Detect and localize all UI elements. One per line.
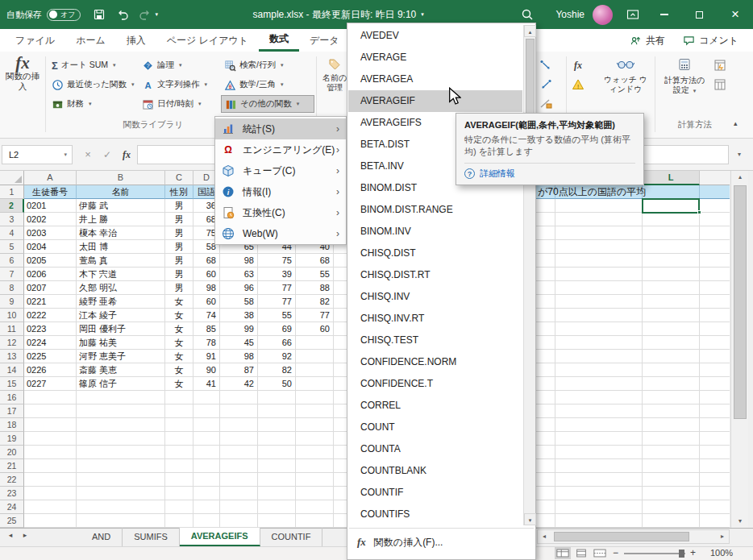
error-checking-icon[interactable]: ! [571, 77, 585, 92]
cell-M7[interactable] [700, 268, 730, 281]
autosave-switch[interactable]: オフ [47, 9, 81, 21]
cell-A15[interactable]: 0227 [24, 377, 77, 391]
cell-K21[interactable] [555, 459, 643, 473]
cell-A9[interactable]: 0221 [24, 295, 77, 309]
cell-K7[interactable] [555, 268, 643, 281]
cell-M10[interactable] [700, 309, 730, 322]
cell-A1[interactable]: 生徒番号 [24, 185, 77, 199]
tab-insert[interactable]: 挿入 [116, 29, 156, 52]
cell-F19[interactable] [258, 432, 296, 446]
cell-M18[interactable] [700, 418, 730, 432]
datetime-button[interactable]: 日付/時刻▾ [139, 95, 219, 113]
cell-K22[interactable] [555, 473, 643, 487]
cell-M12[interactable] [700, 336, 730, 350]
cell-B11[interactable]: 岡田 優利子 [77, 322, 165, 336]
close-button[interactable]: × [718, 0, 753, 29]
cell-C2[interactable]: 男 [165, 199, 193, 213]
cell-M22[interactable] [700, 473, 730, 487]
cell-G16[interactable] [296, 391, 334, 404]
show-formulas-icon[interactable]: fx [571, 58, 585, 73]
cell-A12[interactable]: 0224 [24, 336, 77, 350]
cell-L20[interactable] [643, 446, 700, 459]
cell-D23[interactable] [193, 487, 220, 500]
cell-A11[interactable]: 0223 [24, 322, 77, 336]
page-layout-view-button[interactable] [573, 547, 589, 559]
cell-D14[interactable]: 90 [193, 363, 220, 377]
cell-K16[interactable] [555, 391, 643, 404]
cell-B25[interactable] [77, 514, 165, 528]
cell-D9[interactable]: 60 [193, 295, 220, 309]
function-item-COUNTIFS[interactable]: COUNTIFS [348, 504, 522, 525]
cell-B13[interactable]: 河野 恵美子 [77, 350, 165, 363]
cell-F22[interactable] [258, 473, 296, 487]
save-icon[interactable] [90, 6, 108, 23]
ribbon-display-options-icon[interactable] [624, 6, 642, 23]
cell-D18[interactable] [193, 418, 220, 432]
cell-K18[interactable] [555, 418, 643, 432]
cell-C9[interactable]: 女 [165, 295, 193, 309]
cell-C18[interactable] [165, 418, 193, 432]
cell-M13[interactable] [700, 350, 730, 363]
menu-scrollbar[interactable]: ▴ ▾ [523, 25, 535, 525]
row-header-8[interactable]: 8 [0, 281, 24, 295]
cell-D6[interactable]: 68 [193, 254, 220, 268]
calculate-now-icon[interactable] [713, 58, 727, 73]
cell-D19[interactable] [193, 432, 220, 446]
sheet-tab-AND[interactable]: AND [81, 528, 123, 546]
cell-A10[interactable]: 0222 [24, 309, 77, 322]
cell-M16[interactable] [700, 391, 730, 404]
cell-E10[interactable]: 38 [220, 309, 258, 322]
cell-M15[interactable] [700, 377, 730, 391]
cell-A20[interactable] [24, 446, 77, 459]
cell-E23[interactable] [220, 487, 258, 500]
user-name[interactable]: Yoshie [555, 9, 585, 20]
cell-B5[interactable]: 太田 博 [77, 240, 165, 254]
cell-M8[interactable] [700, 281, 730, 295]
cancel-button[interactable]: × [79, 145, 97, 164]
cell-G9[interactable]: 82 [296, 295, 334, 309]
cell-C10[interactable]: 女 [165, 309, 193, 322]
cell-L9[interactable] [643, 295, 700, 309]
cell-K8[interactable] [555, 281, 643, 295]
cell-E6[interactable]: 98 [220, 254, 258, 268]
cell-K15[interactable] [555, 377, 643, 391]
cell-M24[interactable] [700, 500, 730, 514]
cell-L10[interactable] [643, 309, 700, 322]
cell-M17[interactable] [700, 404, 730, 418]
cell-D12[interactable]: 78 [193, 336, 220, 350]
cell-L15[interactable] [643, 377, 700, 391]
cell-A7[interactable]: 0206 [24, 268, 77, 281]
menu-item-compatibility[interactable]: 互換性(C) › [215, 202, 346, 223]
avatar[interactable] [593, 5, 613, 25]
cell-C16[interactable] [165, 391, 193, 404]
cell-K6[interactable] [555, 254, 643, 268]
cell-A24[interactable] [24, 500, 77, 514]
cell-F14[interactable]: 82 [258, 363, 296, 377]
cell-F24[interactable] [258, 500, 296, 514]
cell-C21[interactable] [165, 459, 193, 473]
row-header-16[interactable]: 16 [0, 391, 24, 404]
cell-G11[interactable]: 60 [296, 322, 334, 336]
cell-C15[interactable]: 女 [165, 377, 193, 391]
row-header-7[interactable]: 7 [0, 268, 24, 281]
cell-D24[interactable] [193, 500, 220, 514]
horizontal-scroll-thumb[interactable] [554, 532, 689, 541]
cell-M14[interactable] [700, 363, 730, 377]
cell-E9[interactable]: 58 [220, 295, 258, 309]
row-header-25[interactable]: 25 [0, 514, 24, 528]
cell-G6[interactable]: 68 [296, 254, 334, 268]
cell-G19[interactable] [296, 432, 334, 446]
zoom-out-button[interactable]: − [613, 546, 618, 559]
search-icon[interactable] [518, 6, 536, 23]
cell-E25[interactable] [220, 514, 258, 528]
cell-F11[interactable]: 69 [258, 322, 296, 336]
cell-B6[interactable]: 萱島 真 [77, 254, 165, 268]
cell-A25[interactable] [24, 514, 77, 528]
sheet-tab-AVERAGEIFS[interactable]: AVERAGEIFS [180, 528, 260, 546]
cell-F16[interactable] [258, 391, 296, 404]
scroll-down-icon[interactable]: ▾ [731, 515, 749, 528]
function-item-COUNTIF[interactable]: COUNTIF [348, 482, 522, 504]
cell-F6[interactable]: 75 [258, 254, 296, 268]
cell-L5[interactable] [643, 240, 700, 254]
text-functions-button[interactable]: A 文字列操作▾ [139, 76, 219, 93]
